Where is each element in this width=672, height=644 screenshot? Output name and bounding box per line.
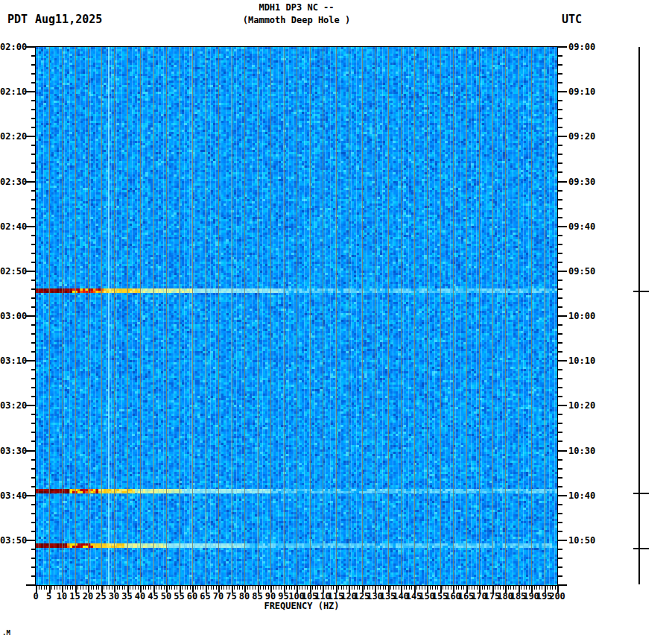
freq-minor-tick	[399, 586, 399, 590]
freq-minor-tick	[112, 586, 112, 590]
freq-minor-tick	[380, 586, 381, 590]
freq-tick-label: 35	[121, 592, 132, 601]
freq-minor-tick	[39, 586, 39, 590]
time-minor-tick	[558, 369, 562, 370]
freq-minor-tick	[484, 586, 485, 590]
spectrogram-page: PDT Aug11,2025 MDH1 DP3 NC -- (Mammoth D…	[0, 0, 672, 644]
time-major-tick	[558, 540, 567, 541]
time-minor-tick	[31, 513, 36, 514]
time-minor-tick	[31, 378, 36, 379]
time-minor-tick	[31, 575, 36, 577]
freq-minor-tick	[489, 586, 490, 590]
time-minor-tick	[558, 262, 562, 263]
freq-minor-tick	[404, 586, 405, 590]
time-major-tick	[558, 226, 567, 227]
freq-minor-tick	[419, 586, 420, 590]
timezone-right-label: UTC	[562, 14, 582, 25]
time-label-left: 02:40	[0, 221, 25, 232]
time-minor-tick	[31, 145, 36, 146]
time-label-left: 02:10	[0, 86, 25, 97]
freq-minor-tick	[148, 586, 149, 590]
time-minor-tick	[31, 55, 36, 57]
x-axis-title: FREQUENCY (HZ)	[41, 601, 562, 611]
time-major-tick	[26, 136, 36, 137]
freq-minor-tick	[174, 586, 175, 590]
time-minor-tick	[31, 324, 36, 326]
time-minor-tick	[31, 208, 36, 209]
time-label-left: 03:30	[0, 446, 25, 456]
freq-minor-tick	[234, 586, 235, 590]
freq-minor-tick	[516, 586, 516, 590]
time-minor-tick	[558, 387, 562, 388]
time-minor-tick	[558, 549, 562, 550]
time-minor-tick	[558, 504, 562, 505]
time-minor-tick	[558, 171, 562, 173]
time-minor-tick	[31, 235, 36, 236]
freq-minor-tick	[60, 586, 60, 590]
freq-minor-tick	[54, 586, 55, 590]
time-minor-tick	[558, 64, 562, 66]
time-minor-tick	[31, 414, 36, 415]
freq-minor-tick	[357, 586, 358, 590]
time-minor-tick	[31, 154, 36, 155]
freq-tick-label: 15	[69, 592, 80, 601]
freq-minor-tick	[495, 586, 495, 590]
time-minor-tick	[558, 297, 562, 299]
freq-minor-tick	[302, 586, 302, 590]
freq-minor-tick	[51, 586, 52, 590]
freq-minor-tick	[203, 586, 203, 590]
freq-minor-tick	[451, 586, 451, 590]
freq-minor-tick	[216, 586, 217, 590]
freq-minor-tick	[291, 586, 292, 590]
freq-minor-tick	[513, 586, 514, 590]
time-minor-tick	[558, 306, 562, 308]
freq-minor-tick	[370, 586, 370, 590]
time-minor-tick	[31, 297, 36, 299]
time-minor-tick	[558, 486, 562, 487]
time-minor-tick	[558, 118, 562, 119]
event-marker-tick	[633, 548, 649, 549]
page-subtitle: (Mammoth Deep Hole )	[36, 15, 557, 25]
freq-minor-tick	[317, 586, 318, 590]
time-major-tick	[26, 46, 36, 48]
freq-minor-tick	[547, 586, 548, 590]
time-minor-tick	[558, 190, 562, 192]
time-minor-tick	[31, 333, 36, 335]
spectrogram-plot-frame	[35, 46, 558, 586]
freq-minor-tick	[279, 586, 279, 590]
freq-tick-label: 70	[213, 592, 224, 601]
time-minor-tick	[31, 162, 36, 164]
freq-minor-tick	[247, 586, 248, 590]
freq-minor-tick	[268, 586, 269, 590]
freq-minor-tick	[72, 586, 73, 590]
time-label-right: 10:40	[568, 490, 595, 501]
time-minor-tick	[558, 253, 562, 254]
freq-minor-tick	[328, 586, 329, 590]
time-minor-tick	[31, 127, 36, 128]
freq-minor-tick	[211, 586, 212, 590]
time-minor-tick	[31, 73, 36, 75]
time-major-tick	[558, 271, 567, 272]
time-minor-tick	[558, 396, 562, 397]
time-minor-tick	[558, 82, 562, 83]
spectrogram-canvas	[36, 47, 557, 585]
freq-minor-tick	[70, 586, 71, 590]
freq-minor-tick	[393, 586, 394, 590]
freq-minor-tick	[503, 586, 504, 590]
time-minor-tick	[558, 432, 562, 433]
freq-minor-tick	[373, 586, 373, 590]
freq-minor-tick	[104, 586, 104, 590]
time-label-left: 02:50	[0, 266, 25, 277]
time-label-right: 10:50	[568, 535, 595, 546]
time-label-left: 03:10	[0, 356, 25, 366]
freq-minor-tick	[307, 586, 308, 590]
freq-minor-tick	[341, 586, 342, 590]
freq-minor-tick	[299, 586, 300, 590]
freq-minor-tick	[221, 586, 222, 590]
time-major-tick	[26, 584, 36, 586]
freq-minor-tick	[477, 586, 478, 590]
freq-minor-tick	[526, 586, 527, 590]
freq-minor-tick	[195, 586, 196, 590]
time-minor-tick	[558, 55, 562, 57]
freq-minor-tick	[109, 586, 110, 590]
